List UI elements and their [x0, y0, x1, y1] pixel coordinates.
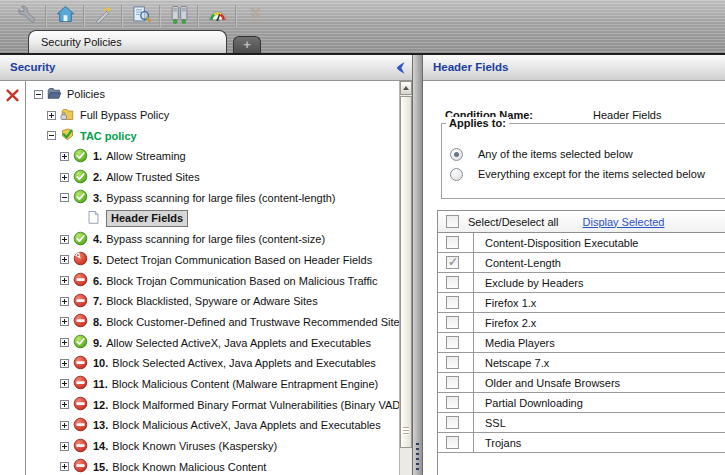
expand-toggle-icon[interactable] — [60, 297, 69, 306]
collapse-panel-button[interactable] — [394, 60, 408, 76]
tree-node-label[interactable]: Block Blacklisted, Spyware or Adware Sit… — [106, 295, 318, 307]
table-row[interactable]: Content-Length — [438, 253, 725, 273]
home-button[interactable] — [47, 2, 83, 29]
tree-node[interactable]: 5.Detect Trojan Communication Based on H… — [27, 250, 399, 271]
display-selected-link[interactable]: Display Selected — [583, 216, 665, 228]
tree-node[interactable]: 4.Bypass scanning for large files (conte… — [27, 229, 399, 250]
collapse-toggle-icon[interactable] — [47, 131, 56, 140]
tree-node[interactable]: 15.Block Known Malicious Content — [27, 456, 399, 475]
add-tab-button[interactable]: + — [233, 36, 261, 53]
expand-toggle-icon[interactable] — [60, 152, 69, 161]
row-checkbox[interactable] — [446, 356, 459, 369]
tree-node[interactable]: 6.Block Trojan Communication Based on Ma… — [27, 270, 399, 291]
tree-node-label[interactable]: Block Known Viruses (Kaspersky) — [112, 440, 277, 452]
row-checkbox[interactable] — [446, 396, 459, 409]
tree-node-label[interactable]: Block Selected Activex, Java Applets and… — [112, 357, 376, 369]
collapse-toggle-icon[interactable] — [34, 90, 43, 99]
table-row[interactable]: Trojans — [438, 433, 725, 453]
block-icon — [73, 313, 93, 330]
select-all-checkbox[interactable] — [446, 215, 459, 228]
applies-to-option[interactable]: Everything except for the items selected… — [450, 167, 705, 181]
tree-scrollbar[interactable] — [399, 81, 412, 475]
tree-node[interactable]: 3.Bypass scanning for large files (conte… — [27, 187, 399, 208]
wrench-button[interactable] — [9, 2, 45, 29]
tree-node-label[interactable]: TAC policy — [80, 130, 137, 142]
row-checkbox[interactable] — [446, 236, 459, 249]
expand-toggle-icon[interactable] — [60, 462, 69, 471]
expand-toggle-icon[interactable] — [60, 379, 69, 388]
table-row[interactable]: Partial Downloading — [438, 393, 725, 413]
tree-node[interactable]: 9.Allow Selected ActiveX, Java Applets a… — [27, 332, 399, 353]
tree-node[interactable]: TAC policy — [27, 125, 399, 146]
applies-to-option[interactable]: Any of the items selected below — [450, 147, 633, 161]
row-checkbox[interactable] — [446, 296, 459, 309]
collapse-toggle-icon[interactable] — [60, 193, 69, 202]
tree-node[interactable]: 14.Block Known Viruses (Kaspersky) — [27, 436, 399, 457]
row-checkbox[interactable] — [446, 436, 459, 449]
table-row[interactable]: Media Players — [438, 333, 725, 353]
tree-node-label[interactable]: Block Known Malicious Content — [112, 461, 266, 473]
expand-toggle-icon[interactable] — [60, 421, 69, 430]
tree-node-label[interactable]: Full Bypass Policy — [80, 109, 169, 121]
tree-node-label[interactable]: Policies — [67, 88, 105, 100]
tree-node-label[interactable]: Block Customer-Defined and Trustwave Rec… — [106, 316, 399, 328]
table-row[interactable]: Netscape 7.x — [438, 353, 725, 373]
tree-node[interactable]: 10.Block Selected Activex, Java Applets … — [27, 353, 399, 374]
panel-splitter[interactable] — [412, 55, 423, 475]
table-row[interactable]: Firefox 2.x — [438, 313, 725, 333]
search-document-button[interactable] — [123, 2, 159, 29]
expand-toggle-icon[interactable] — [60, 338, 69, 347]
tree-node[interactable]: 8.Block Customer-Defined and Trustwave R… — [27, 312, 399, 333]
tree-node-label[interactable]: Block Trojan Communication Based on Mali… — [106, 275, 377, 287]
table-row[interactable]: Older and Unsafe Browsers — [438, 373, 725, 393]
tree-node-label[interactable]: Detect Trojan Communication Based on Hea… — [106, 254, 372, 266]
radio-button[interactable] — [450, 168, 463, 181]
tree-node[interactable]: Full Bypass Policy — [27, 105, 399, 126]
expand-toggle-icon[interactable] — [60, 400, 69, 409]
tree-node-label[interactable]: Allow Streaming — [106, 150, 185, 162]
tree-node-label[interactable]: Bypass scanning for large files (content… — [106, 233, 325, 245]
servers-button[interactable] — [161, 2, 197, 29]
scrollbar-up-button[interactable] — [400, 81, 412, 95]
red-x-icon — [5, 88, 20, 103]
magic-wand-button[interactable] — [85, 2, 121, 29]
tab-security-policies[interactable]: Security Policies — [28, 30, 227, 53]
row-checkbox[interactable] — [446, 336, 459, 349]
radio-button[interactable] — [450, 148, 463, 161]
tree-node-label[interactable]: Allow Trusted Sites — [106, 171, 200, 183]
expand-toggle-icon[interactable] — [60, 235, 69, 244]
tree-node[interactable]: 13.Block Malicious ActiveX, Java Applets… — [27, 415, 399, 436]
tree-node[interactable]: 12.Block Malformed Binary Format Vulnera… — [27, 394, 399, 415]
delete-button[interactable] — [5, 88, 20, 103]
row-checkbox[interactable] — [446, 276, 459, 289]
row-checkbox[interactable] — [446, 376, 459, 389]
expand-toggle-icon[interactable] — [60, 173, 69, 182]
row-checkbox[interactable] — [446, 416, 459, 429]
tree-node-label[interactable]: Block Malicious Content (Malware Entrapm… — [112, 378, 379, 390]
tree-node[interactable]: 1.Allow Streaming — [27, 146, 399, 167]
expand-toggle-icon[interactable] — [47, 111, 56, 120]
tree-node[interactable]: 2.Allow Trusted Sites — [27, 167, 399, 188]
tree-node-label[interactable]: Bypass scanning for large files (content… — [106, 192, 335, 204]
scrollbar-thumb[interactable] — [400, 96, 412, 448]
table-row[interactable]: SSL — [438, 413, 725, 433]
tree-node-label[interactable]: Header Fields — [106, 210, 188, 227]
tree-node[interactable]: Policies — [27, 84, 399, 105]
expand-toggle-icon[interactable] — [60, 276, 69, 285]
table-row[interactable]: Exclude by Headers — [438, 273, 725, 293]
table-row[interactable]: Firefox 1.x — [438, 293, 725, 313]
tree-node[interactable]: 11.Block Malicious Content (Malware Entr… — [27, 374, 399, 395]
tree-node-label[interactable]: Block Malformed Binary Format Vulnerabil… — [112, 399, 399, 411]
row-checkbox[interactable] — [446, 316, 459, 329]
row-checkbox[interactable] — [446, 256, 459, 269]
tree-node-label[interactable]: Allow Selected ActiveX, Java Applets and… — [106, 337, 371, 349]
tree-node[interactable]: Header Fields — [27, 208, 399, 229]
tree-node[interactable]: 7.Block Blacklisted, Spyware or Adware S… — [27, 291, 399, 312]
gauge-button[interactable] — [199, 2, 235, 29]
table-row[interactable]: Content-Disposition Executable — [438, 233, 725, 253]
tree-node-label[interactable]: Block Malicious ActiveX, Java Applets an… — [112, 419, 380, 431]
expand-toggle-icon[interactable] — [60, 317, 69, 326]
expand-toggle-icon[interactable] — [60, 359, 69, 368]
expand-toggle-icon[interactable] — [60, 255, 69, 264]
expand-toggle-icon[interactable] — [60, 442, 69, 451]
